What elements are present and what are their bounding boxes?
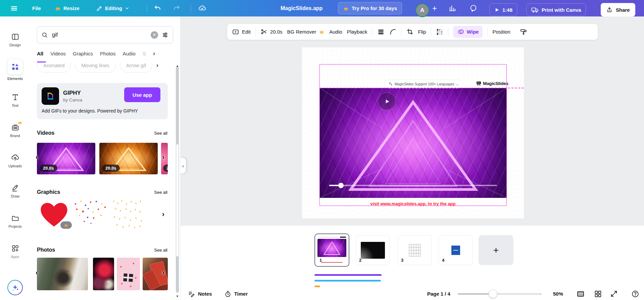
sidebar-item-design[interactable]: Design (0, 25, 30, 55)
graphic-confetti-gold[interactable] (111, 199, 145, 230)
videos-title: Videos (37, 130, 54, 136)
slide-footer-link[interactable]: visit www.magicslides.app, to try the ap… (302, 201, 524, 206)
tab-videos[interactable]: Videos (50, 51, 66, 56)
comments-button[interactable] (469, 0, 478, 16)
tab-audio[interactable]: Audio (123, 51, 136, 56)
edit-button[interactable]: Edit (232, 28, 251, 36)
print-button[interactable]: Print with Canva (526, 2, 586, 18)
undo-button[interactable] (154, 0, 161, 16)
graphic-heart[interactable] (40, 201, 68, 229)
sidebar-item-apps[interactable]: Apps (0, 236, 30, 266)
account-avatar[interactable]: A (416, 2, 429, 18)
page-thumbnail-2[interactable]: 2 (356, 235, 390, 265)
playback-button[interactable]: Playback (347, 29, 367, 35)
zoom-slider-thumb[interactable] (489, 290, 497, 298)
position-button[interactable]: Position (492, 29, 510, 35)
carousel-left-chevron-icon[interactable]: ‹ (36, 269, 38, 276)
resize-button[interactable]: Resize (55, 0, 80, 16)
presenter-view-button[interactable] (577, 290, 585, 298)
chip-arrow-gif[interactable]: Arrow gif (120, 63, 152, 73)
carousel-right-chevron-icon[interactable]: › (162, 211, 164, 218)
graphics-see-all[interactable]: See all (154, 190, 167, 195)
tab-graphics[interactable]: Graphics (73, 51, 93, 56)
page-indicator[interactable]: Page 1 / 4 (427, 291, 450, 297)
sidebar-item-elements[interactable]: Elements (0, 55, 30, 85)
notes-button[interactable]: Notes (188, 290, 212, 298)
photo-result-roses[interactable] (93, 258, 114, 290)
help-button[interactable] (631, 290, 639, 298)
sidebar-item-brand[interactable]: Brand (0, 115, 30, 145)
sidebar-item-text[interactable]: Text (0, 85, 30, 115)
video-progress-handle[interactable] (338, 183, 344, 188)
clear-search-icon[interactable]: ✕ (151, 31, 158, 39)
grid-view-button[interactable] (594, 290, 602, 298)
add-page-button[interactable]: + (479, 235, 513, 265)
zoom-slider[interactable] (458, 293, 541, 295)
editing-mode-dropdown[interactable]: Editing (96, 0, 130, 16)
tab-more[interactable]: S (143, 51, 146, 56)
video-result-purple[interactable]: 20.0s (37, 143, 95, 174)
sidebar-item-draw[interactable]: Draw (0, 176, 30, 206)
tab-photos[interactable]: Photos (100, 51, 116, 56)
videos-see-all[interactable]: See all (154, 131, 167, 136)
timeline-track-blue[interactable] (314, 280, 381, 282)
tabs-overflow-chevron-icon[interactable]: › (153, 50, 155, 56)
cloud-save-status[interactable] (198, 0, 206, 16)
carousel-left-chevron-icon[interactable]: ‹ (36, 154, 38, 161)
scroll-down-arrow-icon[interactable]: ▼ (176, 295, 179, 298)
crop-button[interactable] (406, 28, 413, 35)
timeline-track-orange[interactable] (314, 286, 320, 287)
photo-result-couple[interactable] (37, 258, 88, 290)
audio-button[interactable]: Audio (329, 29, 342, 35)
magicslides-logo[interactable]: MagicSlides (476, 81, 508, 86)
slide-canvas[interactable]: MagicSlides Support 100+ Languages → Mag… (302, 47, 524, 218)
magic-assistant-button[interactable] (7, 280, 23, 295)
chips-overflow-chevron-icon[interactable]: › (156, 63, 158, 68)
timer-button[interactable]: Timer (224, 290, 248, 298)
file-menu[interactable]: File (32, 0, 41, 16)
zoom-level[interactable]: 50% (553, 291, 563, 297)
document-title[interactable]: MagicSlides.app (281, 0, 323, 16)
sidebar-item-projects[interactable]: Projects (0, 206, 30, 236)
page-thumbnail-1[interactable]: 1 (314, 233, 349, 267)
timeline-track-purple[interactable] (314, 274, 382, 276)
trim-duration-button[interactable]: 20.0s (260, 28, 283, 35)
panel-scrollbar-thumb[interactable] (176, 144, 179, 257)
page-thumbnail-3[interactable]: 3 (398, 235, 432, 265)
flip-button[interactable]: Flip (418, 29, 426, 35)
insights-button[interactable] (448, 0, 456, 16)
try-pro-button[interactable]: Try Pro for 30 days (338, 2, 402, 14)
video-progress-bar[interactable] (329, 185, 497, 186)
use-app-button[interactable]: Use app (124, 87, 160, 102)
sidebar-item-uploads[interactable]: Uploads (0, 145, 30, 176)
redo-button[interactable] (173, 0, 181, 16)
panel-scrollbar[interactable] (176, 67, 179, 293)
panel-collapse-handle[interactable]: ‹ (180, 158, 186, 173)
search-input[interactable] (51, 32, 147, 38)
bg-remover-button[interactable]: BG Remover (287, 29, 325, 35)
video-result-orange[interactable]: 20.0s (99, 143, 158, 174)
filter-sliders-icon[interactable] (161, 31, 169, 39)
slide-banner-pill[interactable]: MagicSlides Support 100+ Languages → (384, 80, 463, 88)
video-play-button[interactable] (378, 92, 396, 110)
page-thumbnail-4[interactable]: 4 (439, 235, 473, 265)
rounding-button[interactable] (389, 28, 397, 36)
animate-wipe-button[interactable]: Wipe (453, 26, 483, 38)
add-member-button[interactable]: + (432, 0, 437, 16)
copy-style-button[interactable] (520, 28, 527, 36)
share-button[interactable]: Share (601, 2, 635, 18)
chip-moving-lines[interactable]: Moving lines (75, 63, 115, 73)
photos-see-all[interactable]: See all (154, 248, 167, 253)
present-button[interactable]: 1:48 (489, 2, 517, 18)
chip-animated[interactable]: Animated (37, 63, 71, 73)
transparency-button[interactable] (436, 28, 443, 36)
spacing-button[interactable] (377, 28, 385, 36)
slide-video-element[interactable] (320, 88, 507, 198)
fullscreen-button[interactable] (610, 290, 618, 298)
photo-result-gift[interactable] (117, 258, 140, 290)
menu-button[interactable] (10, 0, 18, 16)
carousel-right-chevron-icon[interactable]: › (162, 154, 164, 161)
graphic-confetti-multicolor[interactable] (72, 199, 108, 230)
carousel-right-chevron-icon[interactable]: › (162, 269, 164, 276)
tab-all[interactable]: All (37, 51, 43, 56)
